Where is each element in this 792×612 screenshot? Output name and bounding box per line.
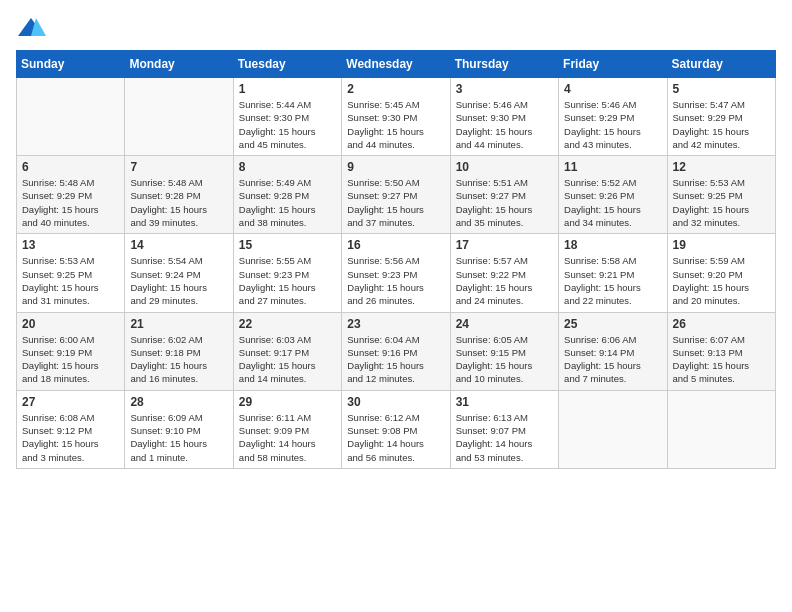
- calendar-week-row: 13Sunrise: 5:53 AM Sunset: 9:25 PM Dayli…: [17, 234, 776, 312]
- calendar-week-row: 1Sunrise: 5:44 AM Sunset: 9:30 PM Daylig…: [17, 78, 776, 156]
- calendar-cell: 24Sunrise: 6:05 AM Sunset: 9:15 PM Dayli…: [450, 312, 558, 390]
- day-info: Sunrise: 5:56 AM Sunset: 9:23 PM Dayligh…: [347, 254, 444, 307]
- day-number: 29: [239, 395, 336, 409]
- day-info: Sunrise: 5:54 AM Sunset: 9:24 PM Dayligh…: [130, 254, 227, 307]
- day-info: Sunrise: 5:59 AM Sunset: 9:20 PM Dayligh…: [673, 254, 770, 307]
- day-of-week-header: Saturday: [667, 51, 775, 78]
- calendar-cell: 11Sunrise: 5:52 AM Sunset: 9:26 PM Dayli…: [559, 156, 667, 234]
- day-info: Sunrise: 6:04 AM Sunset: 9:16 PM Dayligh…: [347, 333, 444, 386]
- calendar-header-row: SundayMondayTuesdayWednesdayThursdayFrid…: [17, 51, 776, 78]
- calendar-cell: 19Sunrise: 5:59 AM Sunset: 9:20 PM Dayli…: [667, 234, 775, 312]
- day-info: Sunrise: 6:07 AM Sunset: 9:13 PM Dayligh…: [673, 333, 770, 386]
- calendar-cell: 3Sunrise: 5:46 AM Sunset: 9:30 PM Daylig…: [450, 78, 558, 156]
- day-number: 10: [456, 160, 553, 174]
- day-info: Sunrise: 6:08 AM Sunset: 9:12 PM Dayligh…: [22, 411, 119, 464]
- day-info: Sunrise: 6:02 AM Sunset: 9:18 PM Dayligh…: [130, 333, 227, 386]
- day-number: 2: [347, 82, 444, 96]
- calendar-cell: 30Sunrise: 6:12 AM Sunset: 9:08 PM Dayli…: [342, 390, 450, 468]
- day-info: Sunrise: 5:55 AM Sunset: 9:23 PM Dayligh…: [239, 254, 336, 307]
- day-number: 3: [456, 82, 553, 96]
- calendar-cell: 18Sunrise: 5:58 AM Sunset: 9:21 PM Dayli…: [559, 234, 667, 312]
- calendar-cell: 15Sunrise: 5:55 AM Sunset: 9:23 PM Dayli…: [233, 234, 341, 312]
- calendar-week-row: 20Sunrise: 6:00 AM Sunset: 9:19 PM Dayli…: [17, 312, 776, 390]
- day-number: 16: [347, 238, 444, 252]
- calendar-cell: 25Sunrise: 6:06 AM Sunset: 9:14 PM Dayli…: [559, 312, 667, 390]
- day-info: Sunrise: 5:57 AM Sunset: 9:22 PM Dayligh…: [456, 254, 553, 307]
- logo-icon: [16, 16, 46, 40]
- calendar-cell: 9Sunrise: 5:50 AM Sunset: 9:27 PM Daylig…: [342, 156, 450, 234]
- day-info: Sunrise: 5:51 AM Sunset: 9:27 PM Dayligh…: [456, 176, 553, 229]
- day-number: 13: [22, 238, 119, 252]
- day-number: 25: [564, 317, 661, 331]
- day-info: Sunrise: 5:46 AM Sunset: 9:30 PM Dayligh…: [456, 98, 553, 151]
- day-info: Sunrise: 5:45 AM Sunset: 9:30 PM Dayligh…: [347, 98, 444, 151]
- day-number: 24: [456, 317, 553, 331]
- calendar-cell: 1Sunrise: 5:44 AM Sunset: 9:30 PM Daylig…: [233, 78, 341, 156]
- day-info: Sunrise: 5:48 AM Sunset: 9:29 PM Dayligh…: [22, 176, 119, 229]
- calendar-cell: [559, 390, 667, 468]
- calendar-cell: 10Sunrise: 5:51 AM Sunset: 9:27 PM Dayli…: [450, 156, 558, 234]
- day-info: Sunrise: 6:11 AM Sunset: 9:09 PM Dayligh…: [239, 411, 336, 464]
- calendar-cell: 26Sunrise: 6:07 AM Sunset: 9:13 PM Dayli…: [667, 312, 775, 390]
- day-info: Sunrise: 5:58 AM Sunset: 9:21 PM Dayligh…: [564, 254, 661, 307]
- calendar-cell: 6Sunrise: 5:48 AM Sunset: 9:29 PM Daylig…: [17, 156, 125, 234]
- day-number: 18: [564, 238, 661, 252]
- day-number: 5: [673, 82, 770, 96]
- calendar-cell: 20Sunrise: 6:00 AM Sunset: 9:19 PM Dayli…: [17, 312, 125, 390]
- day-of-week-header: Wednesday: [342, 51, 450, 78]
- day-number: 6: [22, 160, 119, 174]
- day-number: 14: [130, 238, 227, 252]
- day-info: Sunrise: 6:00 AM Sunset: 9:19 PM Dayligh…: [22, 333, 119, 386]
- day-info: Sunrise: 6:12 AM Sunset: 9:08 PM Dayligh…: [347, 411, 444, 464]
- logo: [16, 16, 50, 40]
- calendar-cell: 29Sunrise: 6:11 AM Sunset: 9:09 PM Dayli…: [233, 390, 341, 468]
- calendar-cell: 16Sunrise: 5:56 AM Sunset: 9:23 PM Dayli…: [342, 234, 450, 312]
- day-info: Sunrise: 5:53 AM Sunset: 9:25 PM Dayligh…: [673, 176, 770, 229]
- day-info: Sunrise: 5:46 AM Sunset: 9:29 PM Dayligh…: [564, 98, 661, 151]
- day-number: 1: [239, 82, 336, 96]
- header: [16, 16, 776, 40]
- day-info: Sunrise: 5:48 AM Sunset: 9:28 PM Dayligh…: [130, 176, 227, 229]
- calendar-cell: 14Sunrise: 5:54 AM Sunset: 9:24 PM Dayli…: [125, 234, 233, 312]
- day-number: 23: [347, 317, 444, 331]
- day-number: 20: [22, 317, 119, 331]
- day-of-week-header: Monday: [125, 51, 233, 78]
- calendar-cell: [125, 78, 233, 156]
- day-number: 8: [239, 160, 336, 174]
- day-number: 30: [347, 395, 444, 409]
- day-info: Sunrise: 6:13 AM Sunset: 9:07 PM Dayligh…: [456, 411, 553, 464]
- calendar-cell: 4Sunrise: 5:46 AM Sunset: 9:29 PM Daylig…: [559, 78, 667, 156]
- calendar-cell: 21Sunrise: 6:02 AM Sunset: 9:18 PM Dayli…: [125, 312, 233, 390]
- day-number: 4: [564, 82, 661, 96]
- day-number: 21: [130, 317, 227, 331]
- day-number: 31: [456, 395, 553, 409]
- day-info: Sunrise: 6:09 AM Sunset: 9:10 PM Dayligh…: [130, 411, 227, 464]
- day-number: 17: [456, 238, 553, 252]
- day-of-week-header: Sunday: [17, 51, 125, 78]
- day-number: 28: [130, 395, 227, 409]
- day-number: 26: [673, 317, 770, 331]
- calendar-week-row: 6Sunrise: 5:48 AM Sunset: 9:29 PM Daylig…: [17, 156, 776, 234]
- calendar-cell: [17, 78, 125, 156]
- calendar-cell: 13Sunrise: 5:53 AM Sunset: 9:25 PM Dayli…: [17, 234, 125, 312]
- day-info: Sunrise: 6:05 AM Sunset: 9:15 PM Dayligh…: [456, 333, 553, 386]
- day-of-week-header: Thursday: [450, 51, 558, 78]
- day-of-week-header: Tuesday: [233, 51, 341, 78]
- calendar-cell: 5Sunrise: 5:47 AM Sunset: 9:29 PM Daylig…: [667, 78, 775, 156]
- calendar-cell: 17Sunrise: 5:57 AM Sunset: 9:22 PM Dayli…: [450, 234, 558, 312]
- calendar-cell: 27Sunrise: 6:08 AM Sunset: 9:12 PM Dayli…: [17, 390, 125, 468]
- calendar-cell: 22Sunrise: 6:03 AM Sunset: 9:17 PM Dayli…: [233, 312, 341, 390]
- day-info: Sunrise: 5:44 AM Sunset: 9:30 PM Dayligh…: [239, 98, 336, 151]
- calendar-cell: 23Sunrise: 6:04 AM Sunset: 9:16 PM Dayli…: [342, 312, 450, 390]
- day-number: 15: [239, 238, 336, 252]
- day-number: 27: [22, 395, 119, 409]
- day-number: 12: [673, 160, 770, 174]
- day-of-week-header: Friday: [559, 51, 667, 78]
- calendar-cell: [667, 390, 775, 468]
- day-number: 9: [347, 160, 444, 174]
- day-info: Sunrise: 5:52 AM Sunset: 9:26 PM Dayligh…: [564, 176, 661, 229]
- day-number: 19: [673, 238, 770, 252]
- calendar-cell: 2Sunrise: 5:45 AM Sunset: 9:30 PM Daylig…: [342, 78, 450, 156]
- day-info: Sunrise: 6:06 AM Sunset: 9:14 PM Dayligh…: [564, 333, 661, 386]
- calendar-cell: 8Sunrise: 5:49 AM Sunset: 9:28 PM Daylig…: [233, 156, 341, 234]
